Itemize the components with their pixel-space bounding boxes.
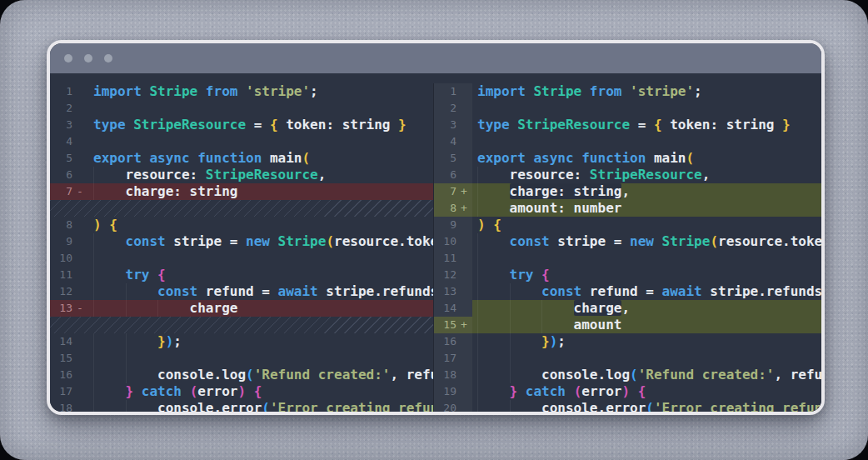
code-token: new <box>630 233 654 249</box>
line-gutter: 15 <box>50 350 88 367</box>
code-token: catch <box>526 383 566 399</box>
diff-marker <box>72 83 88 100</box>
diff-marker <box>456 283 472 300</box>
line-gutter: 7- <box>50 183 88 200</box>
code-token: , refund.id); <box>774 367 821 382</box>
line-gutter: 8+ <box>434 200 472 217</box>
code-text: resource: StripeResource, <box>88 167 433 183</box>
code-token: console.log <box>477 367 630 382</box>
code-text: type StripeResource = { token: string } <box>472 117 821 133</box>
indent-guide <box>477 317 478 333</box>
window-control-dot-3[interactable] <box>104 54 112 62</box>
line-number: 9 <box>50 233 72 250</box>
code-token <box>477 383 510 399</box>
code-token: await <box>662 283 702 299</box>
code-token: Stripe <box>533 83 581 99</box>
diff-marker <box>72 333 88 350</box>
line-number: 6 <box>50 167 72 183</box>
indent-guide <box>126 333 127 350</box>
diff-marker <box>72 217 88 233</box>
indent-guide <box>477 250 478 267</box>
diff-marker: + <box>456 200 472 217</box>
code-line: 11 try { <box>50 267 433 283</box>
code-text <box>472 133 821 150</box>
code-token: ; <box>173 333 182 349</box>
code-token: type <box>93 117 133 132</box>
diff-pane-modified[interactable]: 1import Stripe from 'stripe';23type Stri… <box>433 83 821 412</box>
line-number: 14 <box>434 300 456 317</box>
diff-marker <box>456 400 472 412</box>
code-token: 'Refund created:' <box>638 367 775 382</box>
code-token: ) <box>166 333 174 349</box>
code-token: } <box>398 117 407 132</box>
line-number: 8 <box>50 217 72 233</box>
window-titlebar[interactable] <box>50 43 821 73</box>
code-text: const refund = await stripe.refunds.crea… <box>472 283 821 300</box>
line-gutter: 3 <box>50 117 88 133</box>
diff-marker <box>72 267 88 283</box>
diff-marker <box>456 233 472 250</box>
code-line: 13- charge <box>50 300 433 317</box>
diff-marker <box>456 167 472 183</box>
code-token: StripeResource <box>590 167 702 182</box>
line-gutter: 2 <box>50 100 88 117</box>
indent-guide <box>477 233 478 250</box>
code-line: 15+ amount <box>434 317 821 333</box>
line-number: 14 <box>50 333 72 350</box>
window-control-dot-1[interactable] <box>64 54 72 62</box>
code-token: try <box>510 267 534 282</box>
indent-guide <box>510 350 511 367</box>
code-token: StripeResource <box>206 167 318 182</box>
code-token: ( <box>646 400 654 412</box>
line-number: 2 <box>434 100 456 117</box>
indent-guide <box>541 317 542 333</box>
diff-marker <box>456 100 472 117</box>
indent-guide <box>93 383 94 400</box>
line-number: 9 <box>434 217 456 233</box>
code-text: ) { <box>472 217 821 233</box>
code-line: 2 <box>50 100 433 117</box>
diff-marker <box>456 250 472 267</box>
line-number: 17 <box>50 383 72 400</box>
window-control-dot-2[interactable] <box>84 54 92 62</box>
code-token: ) <box>621 383 630 399</box>
diff-marker <box>456 83 472 100</box>
code-token: amount: number <box>477 200 621 216</box>
editor-window: 1import Stripe from 'stripe';23type Stri… <box>47 40 825 415</box>
code-text: amount <box>472 317 821 333</box>
code-token <box>246 383 254 399</box>
diff-pane-original[interactable]: 1import Stripe from 'stripe';23type Stri… <box>50 83 433 412</box>
diff-marker <box>456 133 472 150</box>
line-number: 15 <box>434 317 456 333</box>
code-token: { <box>254 383 262 399</box>
line-number: 3 <box>50 117 72 133</box>
code-line: 15 <box>50 350 433 367</box>
line-number: 5 <box>434 150 456 167</box>
indent-guide <box>510 333 511 350</box>
diff-marker <box>72 350 88 367</box>
code-token: resource.token); <box>334 233 433 249</box>
indent-guide <box>477 350 478 367</box>
code-text: console.log('Refund created:', refund.id… <box>88 367 433 383</box>
line-gutter: 16 <box>50 367 88 383</box>
code-text: console.error('Error creating refund:', … <box>88 400 433 412</box>
line-gutter: 6 <box>434 167 472 183</box>
code-token: charge <box>93 300 237 316</box>
code-token: resource: <box>477 167 590 182</box>
code-line: 9 const stripe = new Stripe(resource.tok… <box>50 233 433 250</box>
code-line: 19 } catch (error) { <box>434 383 821 400</box>
code-token: type <box>477 117 517 132</box>
line-gutter: 2 <box>434 100 472 117</box>
diff-marker <box>72 167 88 183</box>
code-token: { <box>541 267 550 282</box>
code-token: console.log <box>93 367 246 382</box>
code-token: main <box>270 150 302 166</box>
line-gutter: 19 <box>434 383 472 400</box>
indent-guide <box>510 283 511 300</box>
code-text <box>88 250 433 267</box>
indent-guide <box>541 300 542 317</box>
indent-guide <box>93 250 94 267</box>
code-token: from <box>581 83 630 99</box>
code-line: 1import Stripe from 'stripe'; <box>50 83 433 100</box>
code-line: 12 try { <box>434 267 821 283</box>
